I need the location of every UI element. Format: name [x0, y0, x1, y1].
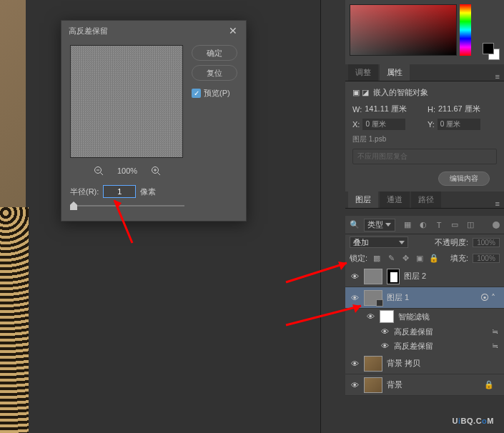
lock-brush-icon[interactable]: ✎ [386, 253, 396, 263]
tab-layers[interactable]: 图层 [348, 191, 378, 208]
fill-label: 填充: [450, 253, 468, 264]
edit-contents-button[interactable]: 编辑内容 [438, 171, 490, 186]
layer-filter-bar: 🔍 类型 ▦ ◐ T ▭ ◫ [345, 216, 504, 234]
filter-shape-icon[interactable]: ▭ [450, 220, 460, 230]
layer-list: 👁 图层 2 👁 图层 1 ⦿ ˄ 👁 智能滤镜 👁 [345, 266, 504, 396]
filter-smart-icon[interactable]: ◫ [465, 220, 475, 230]
preview-noise [71, 46, 182, 157]
filter-blend-icon[interactable]: ≒ [492, 342, 498, 351]
color-panel [345, 0, 504, 64]
layer-row-2[interactable]: 👁 图层 2 [345, 266, 504, 287]
x-input[interactable] [362, 119, 405, 130]
properties-panel: ▣ ◪ 嵌入的智能对象 W:141.11 厘米 H:211.67 厘米 X: Y… [345, 81, 504, 191]
w-value: 141.11 厘米 [365, 104, 407, 114]
y-label: Y: [428, 120, 435, 129]
canvas-pattern [0, 207, 29, 433]
visibility-icon[interactable]: 👁 [380, 341, 390, 351]
radius-slider[interactable] [70, 205, 184, 206]
layer-thumb[interactable] [364, 377, 382, 393]
preview-checkbox[interactable]: ✓ [192, 89, 201, 98]
filter-name: 高反差保留 [394, 327, 433, 337]
h-value: 211.67 厘米 [438, 104, 480, 114]
filter-blend-icon[interactable]: ≒ [492, 327, 498, 337]
foreground-swatch[interactable] [483, 43, 494, 54]
smart-filter-label: 智能滤镜 [398, 312, 430, 322]
smart-object-icon: ▣ ◪ [352, 88, 369, 97]
visibility-icon[interactable]: 👁 [365, 312, 375, 322]
radius-input[interactable] [103, 185, 136, 198]
layer-name: 背景 [387, 379, 402, 390]
layer-comp-dropdown[interactable]: 不应用图层复合 [352, 149, 497, 164]
props-tabstrip: 调整 属性 ≡ [345, 64, 504, 81]
panel-menu-icon[interactable]: ≡ [495, 72, 500, 81]
lock-move-icon[interactable]: ✥ [400, 253, 410, 263]
filter-toggle[interactable] [493, 222, 500, 229]
lock-trans-icon[interactable]: ▩ [372, 253, 382, 263]
tab-properties[interactable]: 属性 [380, 64, 410, 81]
color-field[interactable] [350, 4, 457, 56]
lock-nest-icon[interactable]: ▣ [415, 253, 425, 263]
visibility-icon[interactable]: 👁 [350, 359, 360, 369]
tab-channels[interactable]: 通道 [380, 191, 410, 208]
zoom-percent: 100% [117, 166, 137, 175]
svg-line-4 [158, 173, 161, 176]
visibility-icon[interactable]: 👁 [350, 272, 360, 282]
opacity-value[interactable]: 100% [473, 238, 500, 247]
lock-all-icon[interactable]: 🔒 [429, 253, 439, 263]
filter-pixel-icon[interactable]: ▦ [402, 220, 412, 230]
props-title: 嵌入的智能对象 [373, 87, 428, 98]
layers-menu-icon[interactable]: ≡ [495, 199, 500, 208]
layer-row-bg[interactable]: 👁 背景 🔒 [345, 374, 504, 396]
lock-label: 锁定: [350, 253, 367, 264]
tab-paths[interactable]: 路径 [411, 191, 441, 208]
search-icon[interactable]: 🔍 [350, 220, 360, 229]
smart-filter-row[interactable]: 👁 智能滤镜 [345, 309, 504, 324]
dialog-titlebar[interactable]: 高反差保留 ✕ [61, 21, 246, 41]
layer-name: 背景 拷贝 [387, 358, 420, 369]
visibility-icon[interactable]: 👁 [350, 380, 360, 390]
visibility-icon[interactable]: 👁 [350, 293, 360, 303]
filter-preview[interactable] [70, 45, 183, 158]
layer-thumb[interactable] [364, 269, 382, 284]
dialog-title: 高反差保留 [69, 26, 108, 36]
reset-button[interactable]: 复位 [192, 65, 237, 81]
layer-row-bgcopy[interactable]: 👁 背景 拷贝 [345, 353, 504, 374]
watermark: UiBQ.CoM [453, 412, 494, 427]
hue-slider[interactable] [460, 4, 471, 56]
right-panels: 调整 属性 ≡ ▣ ◪ 嵌入的智能对象 W:141.11 厘米 H:211.67… [320, 0, 504, 433]
filter-mask-thumb[interactable] [380, 310, 394, 323]
layer-filename: 图层 1.psb [352, 134, 497, 144]
x-label: X: [352, 120, 360, 129]
layer-row-1[interactable]: 👁 图层 1 ⦿ ˄ [345, 287, 504, 309]
zoom-in-icon[interactable] [150, 165, 162, 176]
ok-button[interactable]: 确定 [192, 45, 237, 61]
radius-label: 半径(R): [70, 186, 99, 197]
filter-type-icon[interactable]: T [434, 220, 444, 230]
h-label: H: [428, 105, 435, 114]
radius-unit: 像素 [140, 186, 156, 197]
swatches[interactable] [483, 43, 500, 60]
visibility-icon[interactable]: 👁 [380, 327, 390, 337]
layer-thumb[interactable] [364, 356, 382, 372]
fill-value[interactable]: 100% [473, 254, 500, 263]
lock-icon: 🔒 [484, 380, 494, 389]
filter-adjust-icon[interactable]: ◐ [418, 220, 428, 230]
layer-name: 图层 2 [404, 271, 426, 282]
close-icon[interactable]: ✕ [227, 25, 239, 36]
filter-name: 高反差保留 [394, 341, 433, 352]
filter-highpass-1[interactable]: 👁 高反差保留 ≒ [345, 324, 504, 339]
blend-mode-dropdown[interactable]: 叠加 [350, 237, 408, 248]
tab-adjust[interactable]: 调整 [348, 64, 378, 81]
w-label: W: [352, 105, 362, 114]
layer-thumb[interactable] [364, 290, 382, 306]
expand-icon[interactable]: ⦿ ˄ [480, 293, 495, 303]
y-input[interactable] [438, 119, 480, 130]
filter-highpass-2[interactable]: 👁 高反差保留 ≒ [345, 339, 504, 353]
zoom-out-icon[interactable] [93, 165, 104, 176]
layer-name: 图层 1 [387, 292, 409, 303]
opacity-label: 不透明度: [435, 237, 468, 248]
filter-dropdown[interactable]: 类型 [364, 219, 395, 232]
slider-handle[interactable] [70, 201, 77, 210]
layer-mask-thumb[interactable] [387, 269, 400, 284]
high-pass-dialog: 高反差保留 ✕ 100% 半径(R): 像素 [61, 20, 247, 222]
